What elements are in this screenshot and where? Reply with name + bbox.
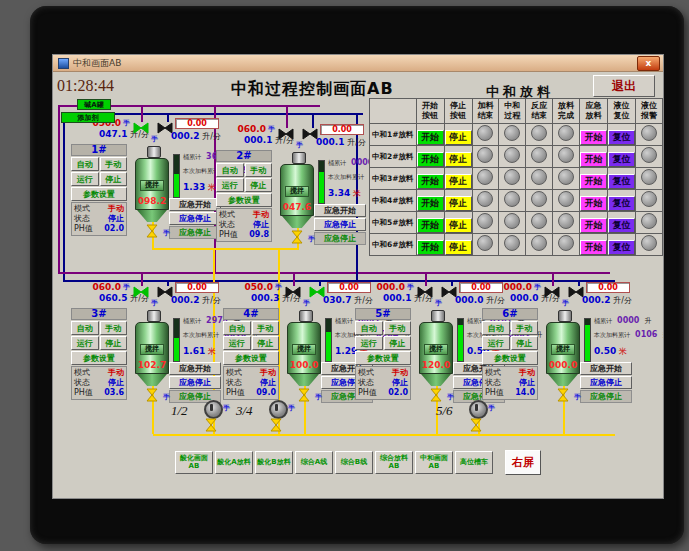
manual-button[interactable]: 手动 — [100, 321, 128, 335]
pump-icon[interactable] — [269, 400, 288, 419]
pipe-valve-icon[interactable] — [417, 286, 433, 298]
level-reset-button[interactable]: 复位 — [608, 152, 635, 167]
nav-button[interactable]: 综合放料AB — [375, 451, 413, 474]
drain-valve-icon[interactable] — [557, 388, 569, 402]
nav-button[interactable]: 高位槽车 — [455, 451, 493, 474]
auto-button[interactable]: 自动 — [71, 321, 99, 335]
nav-button[interactable]: 酸化A放料 — [215, 451, 253, 474]
start-button[interactable]: 开始 — [417, 196, 444, 211]
manual-button[interactable]: 手动 — [245, 163, 273, 177]
run-button[interactable]: 运行 — [71, 172, 99, 186]
stop-button[interactable]: 停止 — [511, 336, 539, 350]
emergency-start-button[interactable]: 应急开始 — [169, 362, 221, 375]
nav-button[interactable]: 综合B线 — [335, 451, 373, 474]
emergency-discharge-button[interactable]: 开始 — [580, 174, 607, 189]
exit-button[interactable]: 退出 — [593, 75, 655, 97]
manual-button[interactable]: 手动 — [252, 321, 280, 335]
drain-valve-icon[interactable] — [146, 388, 158, 402]
emergency-stop2-button[interactable]: 应急停止 — [169, 226, 221, 239]
emergency-stop-button[interactable]: 应急停止 — [580, 376, 632, 389]
run-button[interactable]: 运行 — [482, 336, 510, 350]
run-button[interactable]: 运行 — [223, 336, 251, 350]
nav-button[interactable]: 中和画面AB — [415, 451, 453, 474]
start-button[interactable]: 开始 — [417, 130, 444, 145]
stop-button[interactable]: 停止 — [445, 130, 472, 145]
stop-button[interactable]: 停止 — [384, 336, 412, 350]
level-reset-button[interactable]: 复位 — [608, 174, 635, 189]
stir-button[interactable]: 搅拌 — [285, 186, 309, 197]
stop-button[interactable]: 停止 — [445, 174, 472, 189]
level-reset-button[interactable]: 复位 — [608, 240, 635, 255]
stop-button[interactable]: 停止 — [252, 336, 280, 350]
nav-button[interactable]: 酸化B放料 — [255, 451, 293, 474]
emergency-discharge-button[interactable]: 开始 — [580, 218, 607, 233]
emergency-discharge-button[interactable]: 开始 — [580, 130, 607, 145]
stop-button[interactable]: 停止 — [445, 218, 472, 233]
drain-valve-icon[interactable] — [205, 418, 217, 432]
auto-button[interactable]: 自动 — [216, 163, 244, 177]
drain-valve-icon[interactable] — [470, 418, 482, 432]
pipe-valve-icon[interactable] — [133, 122, 149, 134]
emergency-stop-button[interactable]: 应急停止 — [169, 212, 221, 225]
run-button[interactable]: 运行 — [216, 178, 244, 192]
emergency-stop2-button[interactable]: 应急停止 — [580, 390, 632, 403]
emergency-start-button[interactable]: 应急开始 — [580, 362, 632, 375]
pump-icon[interactable] — [469, 400, 488, 419]
stir-button[interactable]: 搅拌 — [292, 344, 316, 355]
params-button[interactable]: 参数设置 — [482, 351, 538, 365]
emergency-start-button[interactable]: 应急开始 — [314, 204, 366, 217]
close-icon[interactable]: x — [637, 56, 660, 71]
drain-valve-icon[interactable] — [291, 230, 303, 244]
manual-button[interactable]: 手动 — [100, 157, 128, 171]
start-button[interactable]: 开始 — [417, 218, 444, 233]
drain-valve-icon[interactable] — [270, 418, 282, 432]
auto-button[interactable]: 自动 — [355, 321, 383, 335]
right-screen-button[interactable]: 右屏 — [505, 450, 541, 475]
emergency-discharge-button[interactable]: 开始 — [580, 196, 607, 211]
params-button[interactable]: 参数设置 — [223, 351, 279, 365]
level-reset-button[interactable]: 复位 — [608, 196, 635, 211]
params-button[interactable]: 参数设置 — [71, 351, 127, 365]
pipe-valve-icon[interactable] — [278, 128, 294, 140]
pump-icon[interactable] — [204, 400, 223, 419]
start-button[interactable]: 开始 — [417, 240, 444, 255]
run-button[interactable]: 运行 — [71, 336, 99, 350]
stir-button[interactable]: 搅拌 — [140, 344, 164, 355]
stop-button[interactable]: 停止 — [245, 178, 273, 192]
emergency-stop2-button[interactable]: 应急停止 — [314, 232, 366, 245]
pipe-valve-icon[interactable] — [133, 286, 149, 298]
neutralize-indicator — [504, 147, 520, 163]
stop-button[interactable]: 停止 — [445, 152, 472, 167]
pipe-valve-icon[interactable] — [544, 286, 560, 298]
auto-button[interactable]: 自动 — [71, 157, 99, 171]
run-button[interactable]: 运行 — [355, 336, 383, 350]
level-reset-button[interactable]: 复位 — [608, 218, 635, 233]
emergency-discharge-button[interactable]: 开始 — [580, 240, 607, 255]
emergency-start-button[interactable]: 应急开始 — [169, 198, 221, 211]
stop-button[interactable]: 停止 — [445, 240, 472, 255]
nav-button[interactable]: 综合A线 — [295, 451, 333, 474]
stir-button[interactable]: 搅拌 — [551, 344, 575, 355]
level-reset-button[interactable]: 复位 — [608, 130, 635, 145]
pipe-valve-icon[interactable] — [285, 286, 301, 298]
manual-button[interactable]: 手动 — [511, 321, 539, 335]
params-button[interactable]: 参数设置 — [355, 351, 411, 365]
nav-button[interactable]: 酸化画面AB — [175, 451, 213, 474]
stop-button[interactable]: 停止 — [100, 172, 128, 186]
start-button[interactable]: 开始 — [417, 152, 444, 167]
stir-button[interactable]: 搅拌 — [424, 344, 448, 355]
emergency-stop-button[interactable]: 应急停止 — [314, 218, 366, 231]
start-button[interactable]: 开始 — [417, 174, 444, 189]
stop-button[interactable]: 停止 — [445, 196, 472, 211]
params-button[interactable]: 参数设置 — [216, 193, 272, 207]
window-titlebar[interactable]: 中和画面AB x — [53, 55, 663, 72]
auto-button[interactable]: 自动 — [482, 321, 510, 335]
emergency-stop-button[interactable]: 应急停止 — [169, 376, 221, 389]
stop-button[interactable]: 停止 — [100, 336, 128, 350]
drain-valve-icon[interactable] — [146, 224, 158, 238]
auto-button[interactable]: 自动 — [223, 321, 251, 335]
manual-button[interactable]: 手动 — [384, 321, 412, 335]
emergency-discharge-button[interactable]: 开始 — [580, 152, 607, 167]
params-button[interactable]: 参数设置 — [71, 187, 127, 201]
stir-button[interactable]: 搅拌 — [140, 180, 164, 191]
